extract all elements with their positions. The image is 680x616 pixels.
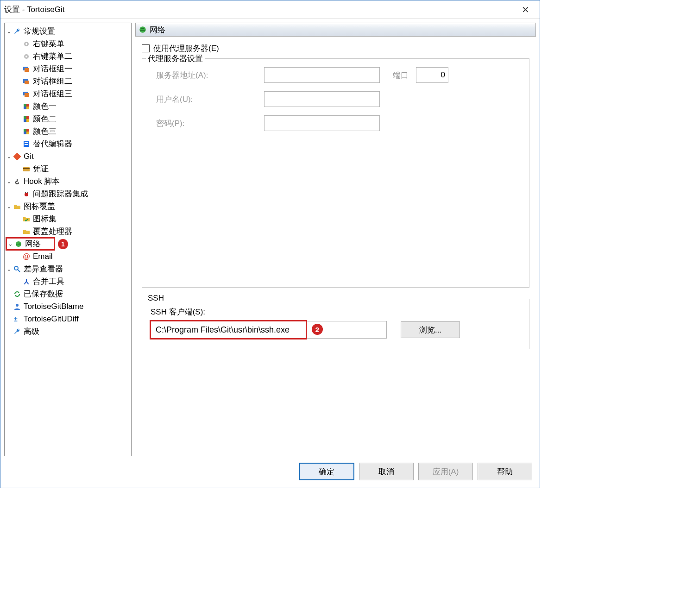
svg-rect-14	[24, 116, 26, 119]
proxy-user-input[interactable]	[264, 91, 380, 107]
svg-rect-26	[23, 167, 30, 171]
apply-button[interactable]: 应用(A)	[418, 463, 473, 480]
svg-point-29	[25, 192, 26, 193]
dialog-buttons: 确定 取消 应用(A) 帮助	[0, 456, 540, 488]
color-icon	[22, 127, 31, 136]
panel-header: 网络	[135, 23, 536, 37]
svg-rect-15	[26, 116, 29, 119]
color-icon	[22, 115, 31, 123]
magnifier-icon	[13, 265, 21, 273]
globe-icon	[139, 25, 147, 34]
svg-point-32	[14, 266, 18, 270]
tree-color2[interactable]: 颜色二	[6, 113, 130, 125]
tree-color1[interactable]: 颜色一	[6, 100, 130, 113]
help-button[interactable]: 帮助	[478, 463, 532, 480]
svg-rect-21	[26, 132, 29, 134]
port-label: 端口	[393, 70, 416, 81]
tree-hook[interactable]: ⌄Hook 脚本	[6, 175, 130, 188]
tree-issue[interactable]: 问题跟踪器集成	[6, 188, 130, 200]
tree-network[interactable]: ⌄ 网络 1	[6, 238, 130, 250]
svg-rect-24	[25, 144, 28, 145]
folder-icon	[13, 202, 21, 211]
tree-alteditor[interactable]: 替代编辑器	[6, 138, 130, 150]
tree-iconset[interactable]: 图标集	[6, 213, 130, 225]
tree-context1[interactable]: 右键菜单	[6, 38, 130, 50]
tree-saved[interactable]: 已保存数据	[6, 288, 130, 300]
svg-rect-12	[24, 107, 26, 109]
card-icon	[22, 165, 31, 173]
tree-overlay[interactable]: ⌄图标覆盖	[6, 200, 130, 213]
proxy-port-input[interactable]	[416, 67, 448, 83]
diff-icon: ±	[13, 315, 21, 323]
close-icon[interactable]: ✕	[515, 4, 536, 15]
tree-merge[interactable]: 合并工具	[6, 275, 130, 288]
nav-tree[interactable]: ⌄ 常规设置 右键菜单 右键菜单二 对话框组一 对话框组二 对话框组三 颜色一 …	[4, 23, 132, 456]
user-label: 用户名(U):	[151, 94, 264, 105]
addr-label: 服务器地址(A):	[151, 70, 264, 81]
hook-icon	[13, 177, 21, 186]
tree-overlayhandlers[interactable]: 覆盖处理器	[6, 225, 130, 238]
globe-icon	[14, 240, 23, 248]
ssh-client-input[interactable]	[151, 321, 387, 339]
ok-button[interactable]: 确定	[299, 463, 354, 480]
svg-point-34	[16, 304, 19, 307]
cancel-button[interactable]: 取消	[359, 463, 414, 480]
proxy-legend: 代理服务器设置	[146, 53, 205, 64]
svg-point-31	[16, 241, 21, 247]
svg-rect-25	[13, 153, 21, 160]
tree-color3[interactable]: 颜色三	[6, 125, 130, 138]
proxy-addr-input[interactable]	[264, 67, 380, 83]
svg-point-36	[139, 26, 146, 33]
tree-advanced[interactable]: 高级	[6, 325, 130, 338]
svg-rect-13	[26, 107, 29, 109]
ssh-group: SSH SSH 客户端(S): 2 浏览...	[142, 299, 529, 349]
settings-window: 设置 - TortoiseGit ✕ ⌄ 常规设置 右键菜单 右键菜单二 对话框…	[0, 0, 540, 488]
use-proxy-checkbox[interactable]: 使用代理服务器(E)	[142, 43, 529, 54]
svg-point-1	[25, 43, 27, 45]
tree-diff[interactable]: ⌄差异查看器	[6, 263, 130, 275]
tree-email[interactable]: @Email	[6, 250, 130, 263]
tree-cred[interactable]: 凭证	[6, 163, 130, 175]
browse-button[interactable]: 浏览...	[401, 321, 460, 338]
svg-point-30	[27, 192, 28, 193]
tree-git[interactable]: ⌄Git	[6, 150, 130, 163]
wrench-icon	[13, 327, 21, 336]
folder-icon	[22, 227, 31, 236]
ssh-legend: SSH	[146, 294, 166, 303]
svg-rect-20	[24, 132, 26, 134]
svg-rect-7	[25, 81, 29, 84]
svg-rect-10	[24, 104, 26, 107]
gear-icon	[22, 40, 31, 48]
window-icon	[22, 77, 31, 86]
recycle-icon	[13, 290, 21, 298]
wrench-icon	[13, 27, 21, 36]
tree-blame[interactable]: TortoiseGitBlame	[6, 300, 130, 313]
proxy-pass-input[interactable]	[264, 115, 380, 131]
tree-udiff[interactable]: ±TortoiseGitUDiff	[6, 313, 130, 325]
svg-text:±: ±	[14, 315, 18, 323]
color-icon	[22, 102, 31, 111]
git-icon	[13, 152, 21, 161]
svg-line-33	[18, 270, 20, 272]
tree-dialog2[interactable]: 对话框组二	[6, 75, 130, 88]
bug-icon	[22, 190, 31, 198]
svg-rect-11	[26, 104, 29, 107]
svg-rect-27	[23, 168, 30, 169]
tree-dialog1[interactable]: 对话框组一	[6, 63, 130, 75]
svg-rect-16	[24, 119, 26, 122]
tree-dialog3[interactable]: 对话框组三	[6, 88, 130, 100]
person-icon	[13, 302, 21, 311]
svg-rect-17	[26, 119, 29, 122]
pass-label: 密码(P):	[151, 118, 264, 129]
window-icon	[22, 90, 31, 98]
svg-point-3	[25, 56, 27, 57]
tree-general[interactable]: ⌄ 常规设置	[6, 25, 130, 38]
ssh-client-label: SSH 客户端(S):	[151, 307, 521, 317]
merge-icon	[22, 277, 31, 286]
svg-rect-18	[24, 129, 26, 132]
checkbox-icon[interactable]	[142, 44, 150, 52]
svg-rect-5	[25, 68, 29, 72]
at-icon: @	[22, 252, 31, 261]
svg-rect-23	[25, 142, 28, 143]
tree-context2[interactable]: 右键菜单二	[6, 50, 130, 63]
